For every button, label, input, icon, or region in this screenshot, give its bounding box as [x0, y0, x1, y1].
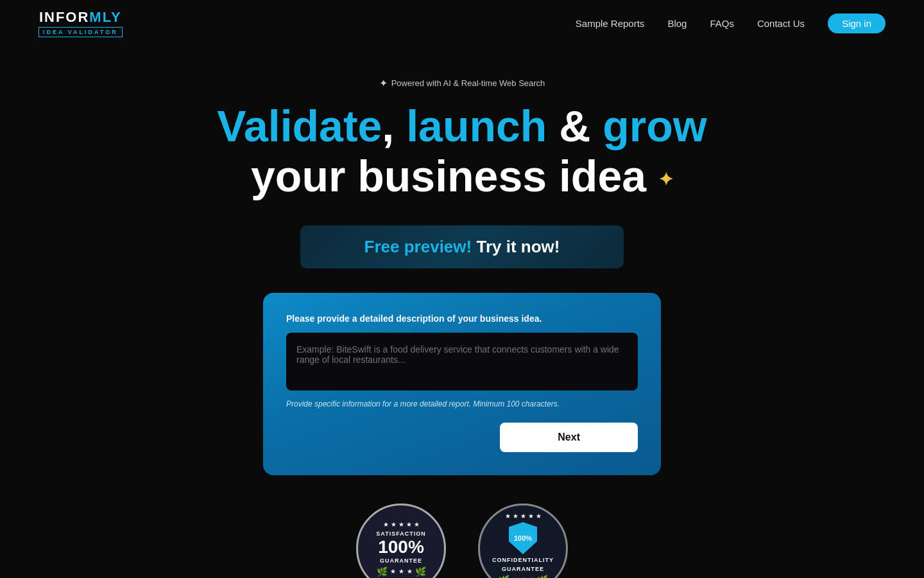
form-actions: Next	[286, 423, 638, 452]
logo-part1: INFOR	[39, 9, 89, 25]
badge-laurels-confidentiality: 🌿 ★ ★ ★ 🌿	[499, 575, 548, 578]
free-preview-label: Free preview!	[364, 237, 472, 256]
badge-stars-confidentiality: ★ ★ ★ ★ ★	[505, 512, 542, 520]
laurel-right-c: 🌿	[537, 575, 548, 578]
try-label: Try it now!	[476, 237, 560, 256]
spark-icon: ✦	[379, 77, 388, 89]
form-card-wrapper: Please provide a detailed description of…	[0, 293, 924, 475]
nav-sample-reports[interactable]: Sample Reports	[576, 18, 645, 29]
form-card: Please provide a detailed description of…	[263, 293, 661, 475]
powered-badge: ✦ Powered with AI & Real-time Web Search	[379, 77, 545, 89]
shield-text: 100%	[514, 534, 532, 542]
preview-banner: Free preview! Try it now!Try it now! Try…	[300, 225, 624, 268]
badges-row: ★ ★ ★ ★ ★ SATISFACTION 100% GUARANTEE 🌿 …	[0, 504, 924, 578]
hero-grow: grow	[603, 101, 706, 150]
hero-launch: launch	[406, 101, 547, 150]
hero-validate: Validate	[217, 101, 382, 150]
satisfaction-badge: ★ ★ ★ ★ ★ SATISFACTION 100% GUARANTEE 🌿 …	[356, 504, 446, 578]
shield-icon: 100%	[509, 522, 537, 554]
logo-part2: MLY	[89, 9, 121, 25]
hero-section: ✦ Powered with AI & Real-time Web Search…	[0, 46, 924, 268]
form-label: Please provide a detailed description of…	[286, 313, 638, 324]
hero-title: Validate, launch & grow your business id…	[217, 101, 706, 201]
badge-stars-satisfaction: ★ ★ ★ ★ ★	[383, 521, 420, 528]
laurel-right: 🌿	[415, 566, 426, 577]
confidentiality-badge: ★ ★ ★ ★ ★ 100% CONFIDENTIALITY GUARANTEE…	[478, 504, 568, 578]
powered-text: Powered with AI & Real-time Web Search	[391, 78, 545, 88]
laurel-left-c: 🌿	[499, 575, 509, 578]
laurel-left: 🌿	[377, 566, 388, 577]
logo-text: INFORMLY	[39, 9, 122, 26]
nav-links: Sample Reports Blog FAQs Contact Us Sign…	[576, 13, 886, 33]
badge-laurels-satisfaction: 🌿 ★ ★ ★ 🌿	[377, 566, 426, 577]
confidentiality-bottom-label: GUARANTEE	[502, 566, 544, 572]
sparkle-icon: ✦	[658, 170, 673, 189]
nav-contact[interactable]: Contact Us	[757, 18, 805, 29]
form-hint: Provide specific information for a more …	[286, 399, 638, 408]
next-button[interactable]: Next	[500, 423, 638, 452]
satisfaction-top-label: SATISFACTION	[376, 530, 425, 537]
satisfaction-percent: 100%	[378, 538, 424, 556]
navbar: INFORMLY IDEA VALIDATOR Sample Reports B…	[0, 0, 924, 46]
logo[interactable]: INFORMLY IDEA VALIDATOR	[38, 9, 123, 37]
nav-blog[interactable]: Blog	[667, 18, 687, 29]
signin-button[interactable]: Sign in	[828, 13, 886, 33]
logo-subtitle: IDEA VALIDATOR	[38, 27, 123, 37]
confidentiality-top-label: CONFIDENTIALITY	[492, 557, 554, 563]
hero-subtitle: your business idea	[251, 152, 646, 200]
satisfaction-bottom-label: GUARANTEE	[380, 557, 422, 564]
nav-faqs[interactable]: FAQs	[710, 18, 734, 29]
business-idea-input[interactable]	[286, 333, 638, 390]
